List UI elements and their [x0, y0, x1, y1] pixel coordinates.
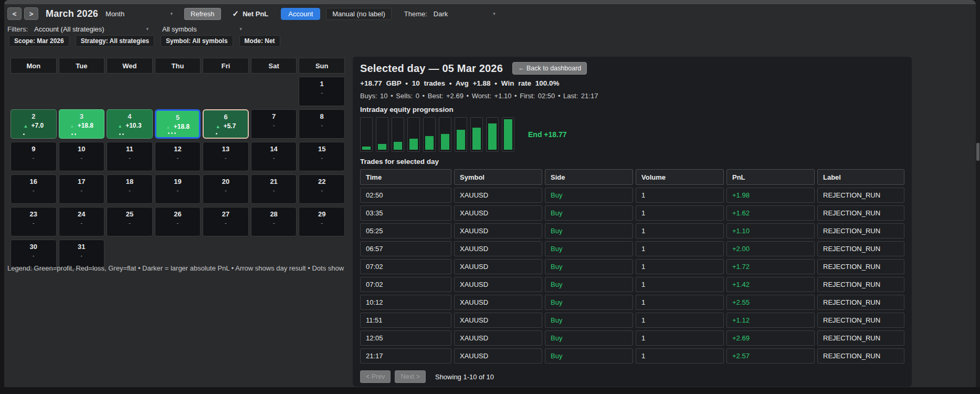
calendar-day-cell[interactable]: 21- [251, 174, 297, 204]
filters-row: Filters: Account (All strategies) ▾ All … [7, 24, 242, 34]
day-summary-secondary: Buys: 10 • Sells: 0 • Best: +2.69 • Wors… [360, 92, 904, 100]
day-number: 23 [11, 210, 56, 218]
table-cell-symbol: XAUUSD [454, 295, 542, 310]
dot [216, 133, 217, 134]
table-row: 07:02XAUUSDBuy1+1.72REJECTION_RUN [360, 259, 904, 274]
up-arrow-icon: ▲ [118, 123, 122, 129]
net-pnl-label: Net PnL [243, 10, 268, 18]
calendar-day-cell[interactable]: 26- [155, 207, 201, 236]
table-row: 12:05XAUUSDBuy1+2.69REJECTION_RUN [360, 330, 904, 346]
calendar-day-cell[interactable]: 29- [299, 207, 345, 236]
day-pnl-empty: - [155, 187, 201, 194]
prev-month-button[interactable]: < [7, 7, 22, 20]
strategy-filter-value: Account (All strategies) [34, 25, 104, 33]
calendar-day-cell[interactable]: 18- [107, 174, 153, 204]
calendar-day-cell[interactable]: 14- [251, 142, 297, 171]
next-month-button[interactable]: > [24, 7, 38, 20]
equity-bar [457, 130, 465, 150]
account-mode-button[interactable]: Account [281, 8, 320, 20]
theme-select[interactable]: Dark ▾ [434, 10, 496, 18]
table-cell-volume: 1 [636, 348, 724, 364]
manual-label-button[interactable]: Manual (no label) [326, 8, 391, 20]
net-pnl-checkbox[interactable]: ✓ Net PnL [233, 9, 269, 18]
strategy-filter-select[interactable]: Account (All strategies) ▾ [34, 25, 149, 33]
column-header: Side [545, 169, 633, 185]
symbol-filter-select[interactable]: All symbols ▾ [162, 25, 242, 33]
panel-header: Selected day — 05 Mar 2026 ← Back to das… [360, 62, 904, 75]
calendar-day-cell[interactable]: 7- [251, 109, 297, 139]
calendar-day-cell[interactable]: 24- [59, 207, 105, 236]
column-header: PnL [726, 169, 815, 185]
calendar-day-cell[interactable]: 2▲+7.0 [10, 109, 57, 139]
next-page-button[interactable]: Next > [395, 370, 425, 383]
day-number: 7 [251, 112, 297, 120]
pager: < Prev Next > Showing 1-10 of 10 [360, 370, 904, 383]
calendar-day-cell[interactable]: 25- [107, 207, 153, 236]
period-select[interactable]: Month ▾ [106, 10, 173, 18]
calendar-day-cell[interactable]: 16- [10, 174, 57, 204]
calendar-day-cell[interactable]: 10- [59, 142, 105, 171]
table-cell-pnl: +1.10 [726, 223, 815, 239]
calendar-day-cell[interactable]: 4▲+10.3 [107, 109, 153, 139]
refresh-button[interactable]: Refresh [184, 8, 221, 20]
calendar-day-cell[interactable]: 28- [251, 207, 297, 236]
table-cell-time: 07:02 [360, 259, 451, 274]
day-number: 20 [203, 178, 248, 185]
table-cell-time: 06:57 [360, 241, 451, 256]
day-pnl-text: +18.8 [78, 122, 93, 129]
calendar-day-cell[interactable]: 9- [10, 142, 57, 171]
calendar-day-cell[interactable]: 15- [299, 142, 345, 171]
calendar-day-cell[interactable]: 22- [299, 174, 345, 204]
chevron-down-icon: ▾ [493, 11, 496, 16]
table-cell-symbol: XAUUSD [454, 205, 542, 221]
window-scrollbar[interactable] [976, 0, 980, 394]
table-cell-pnl: +1.62 [726, 205, 815, 221]
back-to-dashboard-button[interactable]: ← Back to dashboard [512, 62, 587, 75]
day-number: 6 [204, 113, 248, 121]
calendar-day-cell[interactable]: 13- [203, 142, 249, 171]
table-row: 21:17XAUUSDBuy1+2.57REJECTION_RUN [360, 348, 904, 364]
day-pnl-empty: - [11, 154, 56, 162]
calendar-day-cell[interactable]: 1- [299, 77, 345, 106]
weekday-header: Tue [59, 58, 105, 74]
equity-bar-box [439, 117, 451, 152]
equity-heading: Intraday equity progression [360, 106, 904, 113]
table-row: 05:25XAUUSDBuy1+1.10REJECTION_RUN [360, 223, 904, 239]
day-pnl-empty: - [107, 187, 152, 194]
selected-day-panel: Selected day — 05 Mar 2026 ← Back to das… [353, 57, 912, 387]
day-number: 8 [299, 112, 344, 120]
table-cell-symbol: XAUUSD [454, 313, 542, 328]
table-cell-volume: 1 [636, 277, 724, 292]
equity-bar-box [376, 117, 388, 152]
weekday-header: Sun [299, 58, 345, 74]
scrollbar-thumb[interactable] [976, 143, 979, 161]
calendar-day-cell[interactable]: 27- [203, 207, 249, 236]
table-cell-volume: 1 [636, 223, 724, 239]
calendar-day-cell[interactable]: 11- [107, 142, 153, 171]
calendar-day-cell[interactable]: 17- [59, 174, 105, 204]
table-cell-symbol: XAUUSD [454, 348, 542, 364]
day-number: 22 [299, 178, 344, 185]
dot [171, 132, 173, 134]
table-cell-label: REJECTION_RUN [817, 188, 904, 203]
calendar-day-cell[interactable]: 3▲+18.8 [59, 109, 105, 139]
table-cell-volume: 1 [636, 188, 724, 203]
table-cell-time: 21:17 [360, 348, 451, 364]
day-pnl-empty: - [203, 220, 248, 227]
calendar-day-cell[interactable]: 6▲+5.7 [203, 109, 249, 139]
calendar-day-cell[interactable]: 12- [155, 142, 201, 171]
calendar-day-cell[interactable]: 20- [203, 174, 249, 204]
day-pnl-empty: - [11, 252, 56, 260]
symbol-filter-value: All symbols [162, 25, 197, 33]
day-pnl-empty: - [203, 154, 248, 162]
calendar-day-cell[interactable]: 5▲+18.8 [155, 109, 201, 139]
calendar-grid: 1-2▲+7.03▲+18.84▲+10.35▲+18.86▲+5.77-8-9… [10, 77, 345, 269]
toolbar: < > March 2026 Month ▾ Refresh ✓ Net PnL… [7, 7, 496, 20]
window-bottom-edge [0, 387, 980, 394]
calendar-day-cell[interactable]: 19- [155, 174, 201, 204]
dot [75, 133, 76, 135]
calendar-day-cell[interactable]: 8- [299, 109, 345, 139]
prev-page-button[interactable]: < Prev [360, 370, 391, 383]
day-number: 25 [107, 210, 152, 218]
calendar-day-cell[interactable]: 23- [10, 207, 57, 236]
